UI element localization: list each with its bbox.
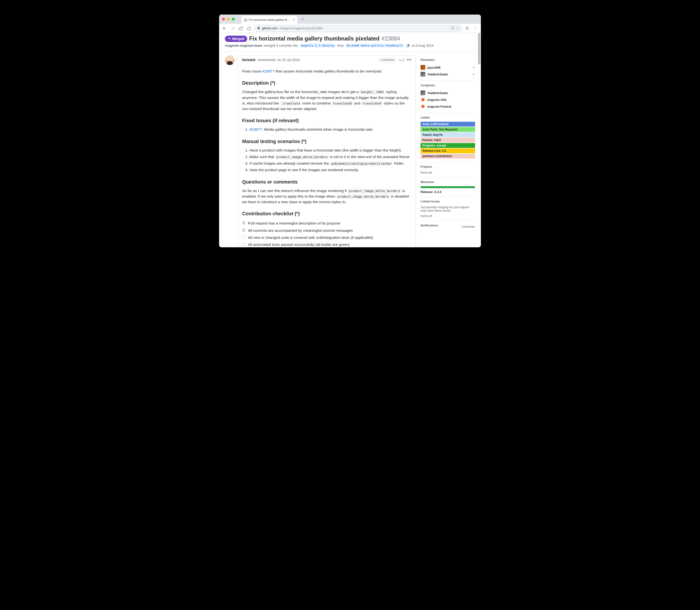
window-titlebar: Fix horizontal media gallery thumbnails … xyxy=(219,15,481,24)
pr-title-text: Fix horizontal media gallery thumbnails … xyxy=(249,35,379,42)
fixed-issue-item: #23877: Media gallery thumbnails stretch… xyxy=(249,127,411,132)
page-content: Merged Fix horizontal media gallery thum… xyxy=(219,33,481,247)
description-heading: Description (*) xyxy=(242,79,411,86)
browser-toolbar: github.com/magento/magento2/pull/23884 ☆… xyxy=(219,24,481,33)
comment-action: commented xyxy=(258,58,275,62)
customize-link[interactable]: Customize xyxy=(461,225,475,228)
bot-icon xyxy=(421,104,425,109)
address-bar[interactable]: github.com/magento/magento2/pull/23884 ☆ xyxy=(254,25,462,32)
base-branch[interactable]: magento:2.3-develop xyxy=(299,44,336,48)
issue-link[interactable]: #23877 xyxy=(262,69,275,73)
label-badge[interactable]: Partner: H&O xyxy=(421,138,475,143)
label-badge[interactable]: Release Line: 2.3 xyxy=(421,148,475,153)
nav-home-button[interactable] xyxy=(246,25,253,32)
svg-point-1 xyxy=(467,27,468,28)
profile-button[interactable] xyxy=(464,25,471,32)
comment-menu-button[interactable]: ••• xyxy=(407,58,411,62)
pr-date: on 8 Aug 2019 xyxy=(411,44,434,48)
milestone-heading: Milestone xyxy=(421,180,475,184)
author-role-badge: Contributor xyxy=(378,58,397,62)
nav-back-button[interactable] xyxy=(221,25,228,32)
scrollbar-thumb[interactable] xyxy=(478,33,481,64)
pr-number: #23884 xyxy=(381,35,400,42)
add-reaction-button[interactable]: +☺ xyxy=(399,58,405,62)
pr-meta: magento-engcom-team merged 3 commits int… xyxy=(225,43,475,48)
svg-point-0 xyxy=(452,27,454,29)
projects-none: None yet xyxy=(421,171,475,174)
questions-heading: Questions or comments xyxy=(242,178,411,186)
pr-merge-text: merged 3 commits into xyxy=(264,44,298,48)
zoom-icon[interactable] xyxy=(451,26,454,30)
label-badge[interactable]: Award: bug fix xyxy=(421,132,475,137)
pr-state-badge: Merged xyxy=(225,36,247,42)
checklist-item: Pull request has a meaningful descriptio… xyxy=(242,220,411,227)
milestone-name[interactable]: Release: 2.3.4 xyxy=(421,190,475,194)
comment-body: Fixes issue #23877 that causes horizonta… xyxy=(238,64,416,247)
copy-branch-icon[interactable] xyxy=(406,43,410,48)
assignees-section: Assignees VladimirZaets engcom-Alfa engc… xyxy=(421,81,475,113)
tab-close-icon[interactable]: × xyxy=(293,18,295,22)
approved-check-icon: ✓ xyxy=(472,66,475,69)
labels-heading: Labels xyxy=(421,116,475,119)
checklist-item: All automated tests passed successfully … xyxy=(242,241,411,247)
scrollbar-track[interactable] xyxy=(477,33,481,247)
label-badge[interactable]: Auto-Tests: Not Required xyxy=(421,127,475,132)
pr-sidebar: Reviewers jaycc008✓ VladimirZaets✓ Assig… xyxy=(421,55,475,247)
milestone-section: Milestone Release: 2.3.4 xyxy=(421,177,475,197)
linked-issues-heading: Linked issues xyxy=(421,200,475,203)
fixed-issue-link[interactable]: #23877 xyxy=(249,127,262,131)
avatar xyxy=(421,91,425,95)
checklist-item: All new or changed code is covered with … xyxy=(242,234,411,241)
assignee-item[interactable]: VladimirZaets xyxy=(421,90,475,96)
nav-forward-button[interactable] xyxy=(229,25,236,32)
linked-issues-section: Linked issues Successfully merging this … xyxy=(421,197,475,221)
window-minimize-button[interactable] xyxy=(227,18,230,21)
notifications-heading: Notifications xyxy=(421,224,438,227)
checkbox-icon[interactable] xyxy=(242,242,246,246)
assignee-item[interactable]: engcom-Foxtrot xyxy=(421,103,475,110)
bot-icon xyxy=(421,97,425,102)
reviewers-section: Reviewers jaycc008✓ VladimirZaets✓ xyxy=(421,55,475,81)
assignee-item[interactable]: engcom-Alfa xyxy=(421,96,475,103)
pr-description-comment: NickdeK commented on 25 Jul 2019 Contrib… xyxy=(238,55,416,247)
test-step: View the product page to see if the imag… xyxy=(249,167,411,173)
label-badge[interactable]: partners-contribution xyxy=(421,154,475,159)
new-tab-button[interactable]: + xyxy=(299,17,306,21)
nav-reload-button[interactable] xyxy=(238,25,244,32)
pr-merger[interactable]: magento-engcom-team xyxy=(225,44,262,48)
approved-check-icon: ✓ xyxy=(472,73,475,76)
checkbox-icon[interactable] xyxy=(242,228,246,232)
main-column: NickdeK commented on 25 Jul 2019 Contrib… xyxy=(225,55,416,247)
notifications-section: Notifications Customize xyxy=(421,221,475,232)
label-badge[interactable]: Area: Lib/Frontend xyxy=(421,122,475,127)
url-path: /magento/magento2/pull/23884 xyxy=(279,27,323,30)
tab-title: Fix horizontal media gallery thumbnails … xyxy=(249,18,291,21)
checklist-item: All commits are accompanied by meaningfu… xyxy=(242,227,411,234)
browser-menu-button[interactable]: ⋮ xyxy=(472,25,479,32)
bookmark-star-icon[interactable]: ☆ xyxy=(456,27,459,30)
checkbox-icon[interactable] xyxy=(242,236,246,239)
checkbox-icon[interactable] xyxy=(242,221,246,225)
linked-issues-none: None yet xyxy=(421,214,475,218)
author-avatar[interactable] xyxy=(225,55,234,65)
window-close-button[interactable] xyxy=(222,18,225,21)
label-badge[interactable]: Progress: accept xyxy=(421,143,475,148)
fixed-issues-heading: Fixed Issues (if relevant) xyxy=(242,117,411,124)
browser-tab[interactable]: Fix horizontal media gallery thumbnails … xyxy=(241,16,297,24)
manual-testing-heading: Manual testing scenarios (*) xyxy=(242,138,411,145)
avatar xyxy=(421,72,425,77)
pr-header: Merged Fix horizontal media gallery thum… xyxy=(219,33,481,51)
window-fullscreen-button[interactable] xyxy=(232,18,234,21)
linked-issues-desc: Successfully merging this pull request m… xyxy=(421,206,475,212)
checklist-heading: Contribution checklist (*) xyxy=(242,210,411,217)
lock-icon xyxy=(257,27,260,30)
reviewer-item[interactable]: jaycc008✓ xyxy=(421,64,475,71)
head-branch[interactable]: NickdeK:media-gallery-thumbnails xyxy=(345,44,404,48)
comment-author[interactable]: NickdeK xyxy=(242,58,256,62)
test-step: Have a product with images that have a h… xyxy=(249,147,411,153)
reviewer-item[interactable]: VladimirZaets✓ xyxy=(421,71,475,78)
avatar xyxy=(421,65,425,70)
comment-timestamp[interactable]: on 25 Jul 2019 xyxy=(277,58,299,62)
url-host: github.com xyxy=(262,27,278,30)
browser-window: Fix horizontal media gallery thumbnails … xyxy=(219,15,481,247)
